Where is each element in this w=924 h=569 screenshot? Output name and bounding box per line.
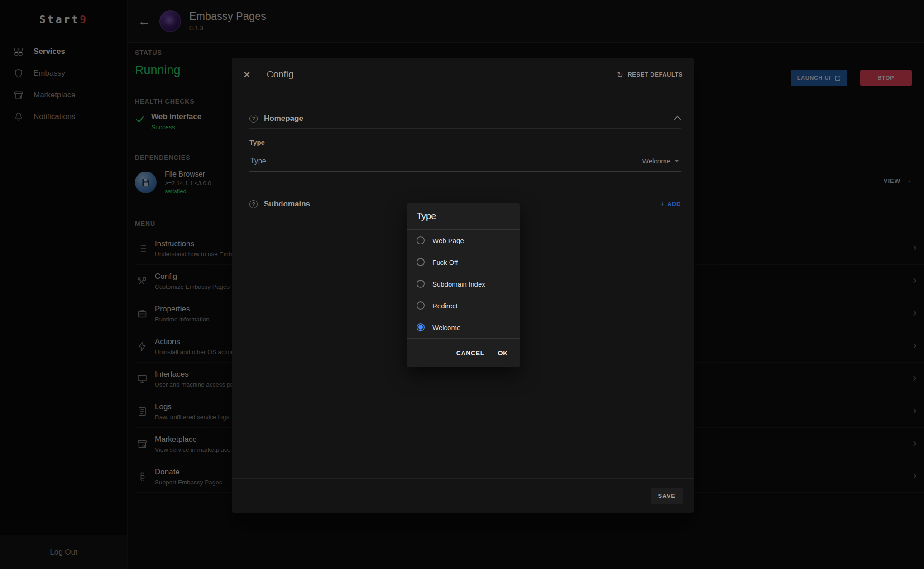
radio-option-fuck-off[interactable]: Fuck Off (407, 251, 520, 273)
type-dialog: Type Web Page Fuck Off Subdomain Index R… (407, 203, 520, 367)
type-options-list: Web Page Fuck Off Subdomain Index Redire… (407, 229, 520, 339)
type-dialog-buttons: CANCEL OK (407, 339, 520, 367)
radio-option-web-page[interactable]: Web Page (407, 230, 520, 251)
radio-icon (417, 323, 425, 331)
cancel-button[interactable]: CANCEL (456, 349, 484, 357)
radio-icon (417, 301, 425, 310)
ok-button[interactable]: OK (498, 349, 508, 357)
radio-icon (417, 280, 425, 288)
radio-option-welcome[interactable]: Welcome (407, 316, 520, 338)
app-screen: Start9 Services Embassy Marketplace Noti… (0, 0, 924, 569)
radio-option-subdomain-index[interactable]: Subdomain Index (407, 273, 520, 295)
type-dialog-title: Type (407, 203, 520, 229)
radio-option-redirect[interactable]: Redirect (407, 295, 520, 316)
radio-icon (417, 258, 425, 266)
radio-icon (417, 236, 425, 244)
